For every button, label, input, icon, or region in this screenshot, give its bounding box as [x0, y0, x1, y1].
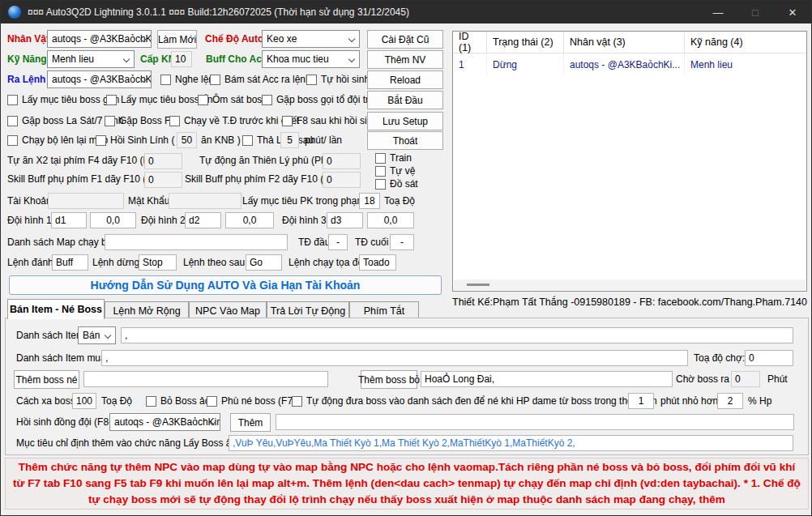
item-list-input[interactable]: , — [121, 327, 793, 343]
checkbox-train[interactable]: Train — [375, 151, 412, 164]
exit-button[interactable]: Thoát — [367, 131, 443, 150]
add-teammate-button[interactable]: Thêm — [230, 413, 271, 432]
formation1-name-input[interactable]: d1 — [51, 212, 87, 228]
formation1-coords-input[interactable]: 0,0 — [90, 212, 136, 228]
checkbox-follow-command-acc[interactable]: Bám sát Acc ra lệnh — [210, 70, 311, 88]
tab-lenh-mo-rong[interactable]: Lệnh Mở Rộng — [105, 301, 189, 319]
checkbox-run-home-before-death[interactable]: Chạy về T.Đ trước khi chết — [169, 112, 299, 130]
tab-phim-tat[interactable]: Phím Tắt — [349, 301, 419, 319]
old-settings-button[interactable]: Cài Đặt Cũ — [367, 30, 443, 49]
boss-distance-input[interactable]: 100 — [72, 393, 96, 409]
minimize-button[interactable]: — — [699, 1, 737, 23]
formation2-coords-input[interactable]: 0,0 — [225, 212, 274, 228]
checkbox-call-party-on-boss[interactable]: Gặp boss gọi tổ đội trục — [262, 91, 379, 109]
checkbox-self-defense[interactable]: Tự vệ — [375, 164, 415, 177]
checkbox-auto-blacklist-boss[interactable]: Tự động đưa boss vào danh sách đen để né… — [292, 392, 657, 410]
skill-select[interactable]: Menh lieu — [47, 50, 135, 68]
soldier-hp-input[interactable]: 50 — [177, 132, 197, 148]
row-account: Tài Khoản Mật Khẩu Lấy mục tiêu PK trong… — [1, 192, 451, 210]
thien-ly-input[interactable]: 0 — [323, 153, 361, 169]
skill-buff-f2-input[interactable]: 0 — [323, 172, 361, 188]
td-start-input[interactable]: - — [328, 234, 348, 250]
stop-cmd-input[interactable]: Stop — [139, 254, 177, 271]
checkbox-do-sat[interactable]: Đồ sát — [375, 177, 418, 190]
release-minutes-input[interactable]: 5 — [280, 132, 299, 148]
follow-cmd-input[interactable]: Go — [246, 254, 282, 271]
x2-f4-input[interactable]: 0 — [144, 153, 182, 169]
scrollbar-thumb[interactable] — [467, 284, 489, 286]
pk-range-input[interactable]: 18 — [359, 193, 380, 209]
designer-credit: Thiết Kế:Phạm Tất Thắng -0915980189 - FB… — [452, 296, 807, 308]
attack-cmd-input[interactable]: Buff — [52, 254, 88, 271]
follow-cmd-label: Lệnh theo sau — [183, 254, 245, 271]
close-button[interactable]: ✕ — [774, 1, 811, 23]
header-status[interactable]: Trạng thái (2) — [487, 32, 564, 53]
wait-boss-label: Chờ boss ra — [676, 370, 729, 388]
revive-teammate-select[interactable]: autoqs - @A3KBaỏchKim(\ — [109, 413, 220, 431]
checkbox-box — [106, 95, 117, 105]
tab-tra-loi-tu-dong[interactable]: Trả Lời Tự Động — [267, 301, 349, 319]
checkbox-walk-back-map[interactable]: Chạy bộ lên lại map — [7, 131, 108, 149]
tab-npc-vao-map[interactable]: NPC Vào Map — [189, 301, 267, 319]
checkbox-hug-boss[interactable]: Ôm sát boss — [198, 91, 267, 109]
buy-list-input[interactable]: , — [101, 350, 688, 366]
item-mode-select[interactable]: Bán — [78, 326, 116, 344]
cell-skill: Menh lieu — [685, 53, 806, 75]
start-button[interactable]: Bắt Đầu — [367, 91, 443, 109]
refresh-button[interactable]: Làm Mới — [157, 30, 197, 49]
formation3-name-input[interactable]: d3 — [327, 212, 363, 228]
tab-ban-item-ne-boss[interactable]: Bán Item - Né Boss — [7, 299, 105, 319]
add-skip-boss-button[interactable]: Thêm boss bỏ — [361, 370, 417, 389]
cell-character: autoqs - @A3KBaỏchKi... — [564, 53, 685, 75]
account-input[interactable] — [48, 193, 124, 209]
boss-map-list-input[interactable] — [105, 234, 288, 250]
skill-buff-f1-input[interactable]: 0 — [144, 172, 182, 188]
formation2-name-input[interactable]: d2 — [185, 212, 221, 228]
character-select[interactable]: autoqs - @A3KBaỏchKim — [47, 30, 152, 48]
hidden-boss-target-input[interactable]: ,VuÞ Yêu,VuÞYêu,Ma Thiết Kyò 1,Ma Thiết … — [229, 435, 793, 451]
hp-percent-input[interactable]: 2 — [717, 393, 743, 409]
checkbox-skip-fake-boss[interactable]: Bỏ Boss ảo — [146, 392, 210, 410]
skip-boss-input[interactable]: HoaỎ Long Đai, — [421, 371, 673, 387]
header-character[interactable]: Nhân vật (3) — [564, 32, 685, 53]
checkbox-release-soldier[interactable]: Thả Lính sau — [242, 131, 314, 149]
formation3-coords-input[interactable]: 0,0 — [367, 212, 414, 228]
checkbox-box — [7, 116, 18, 126]
blacklist-minutes-input[interactable]: 1 — [628, 393, 654, 409]
checkbox-box — [242, 135, 253, 146]
formation3-label: Đội hình 3 — [282, 211, 327, 229]
save-setup-button[interactable]: Lưu Setup — [367, 112, 443, 130]
usage-guide-button[interactable]: Hướng Dẫn Sử Dụng AUTO Và Gia Hạn Tài Kh… — [9, 275, 442, 295]
checkbox-f8-after-revive[interactable]: F8 sau khi hồi sinh — [282, 112, 378, 130]
checkbox-avoid-boss-charm[interactable]: Phù né boss (F7) — [207, 392, 296, 410]
formation2-label: Đội hình 2 — [141, 211, 186, 229]
command-account-select[interactable]: autoqs - @A3KBaỏchKim — [47, 70, 152, 88]
password-input[interactable] — [169, 193, 241, 209]
buff-acc-select[interactable]: Khoa muc tieu — [262, 50, 360, 68]
table-row[interactable]: 1 Dừng autoqs - @A3KBaỏchKi... Menh lieu — [453, 53, 806, 75]
skill-level-input[interactable]: 10 — [171, 51, 192, 67]
header-skill[interactable]: Kỹ năng (4) — [685, 32, 806, 53]
checkbox-target-near-boss[interactable]: Lấy mục tiêu boss gần — [7, 91, 119, 109]
table-horizontal-scrollbar[interactable] — [454, 279, 806, 290]
wait-boss-input[interactable]: 0 — [731, 371, 760, 387]
auto-mode-select[interactable]: Keo xe — [262, 30, 360, 48]
checkbox-boss-f7[interactable]: Gặp Boss F7 — [105, 112, 176, 130]
hp-percent-label: % Hp — [748, 392, 771, 410]
avoid-boss-input[interactable] — [83, 371, 328, 387]
checkbox-box — [160, 75, 171, 85]
add-character-button[interactable]: Thêm NV — [367, 50, 443, 69]
skill-level-label: Cấp KN — [140, 50, 175, 68]
title-bar[interactable]: ¤¤¤ Auto3Q2D Lightning 3.0.1.1 ¤¤¤ Build… — [1, 1, 811, 23]
checkbox-target-hidden-boss[interactable]: Lấy mục tiêu boss ẩn — [106, 91, 212, 109]
header-id[interactable]: ID (1) — [453, 32, 487, 53]
checkbox-label: Tự hồi sinh — [321, 74, 370, 85]
hidden-boss-target-label: Mục tiêu chỉ định thêm vào chức năng Lấy… — [16, 434, 240, 452]
td-end-input[interactable]: - — [390, 234, 414, 250]
reload-button[interactable]: Reload — [367, 70, 443, 89]
add-avoid-boss-button[interactable]: Thêm boss né — [14, 370, 79, 389]
goto-cmd-input[interactable]: Toado — [359, 254, 396, 271]
market-coords-input[interactable]: 0 — [745, 350, 793, 366]
checkbox-auto-revive[interactable]: Tự hồi sinh — [306, 70, 370, 88]
revive-teammate-input[interactable] — [276, 414, 794, 430]
